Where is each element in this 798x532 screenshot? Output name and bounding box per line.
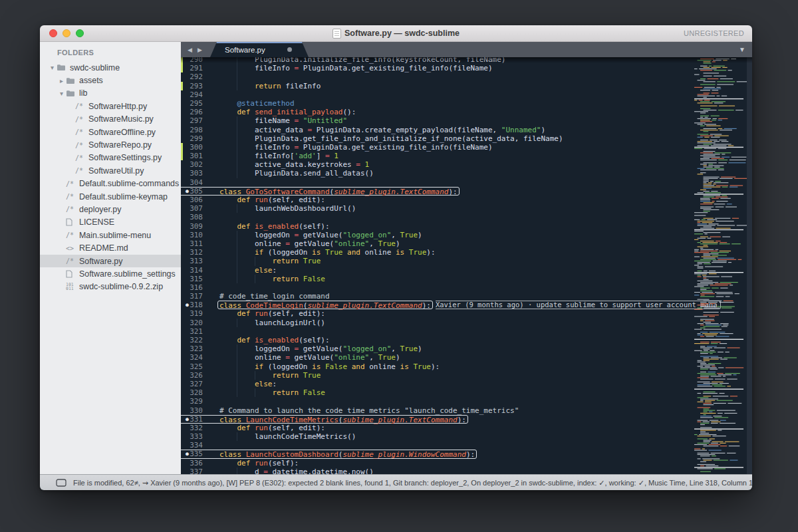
zoom-button[interactable]	[76, 29, 84, 37]
chevron-right-icon[interactable]: ▸	[57, 77, 66, 84]
code-line[interactable]: 327 else:	[181, 380, 692, 388]
code-line[interactable]: 323 loggedOn = getValue("logged_on", Tru…	[181, 344, 692, 353]
code-line[interactable]: 290 PluginData.initialize_file_info(keys…	[181, 57, 692, 64]
line-number: 322	[181, 336, 211, 344]
code-line[interactable]: 334	[181, 441, 692, 450]
minimap[interactable]	[692, 57, 747, 474]
code-line[interactable]: 294	[181, 90, 692, 99]
tree-item-swdc-sublime[interactable]: ▾swdc-sublime	[40, 61, 181, 74]
code-line[interactable]: 308	[181, 213, 692, 221]
editor[interactable]: 290 PluginData.initialize_file_info(keys…	[181, 57, 752, 474]
code-line[interactable]: 337 d = datetime.datetime.now()	[181, 467, 692, 474]
tab-back-icon[interactable]: ◀	[188, 47, 192, 53]
tree-item-default-sublime-keymap[interactable]: /*Default.sublime-keymap	[40, 190, 181, 203]
code-line[interactable]: 318●class CodeTimeLogin(sublime_plugin.T…	[181, 301, 692, 309]
code-line[interactable]: 326 return True	[181, 371, 692, 380]
code-line[interactable]: 329	[181, 397, 692, 406]
code-line[interactable]: 312 if (loggedOn is True and online is T…	[181, 248, 692, 257]
tree-item-readme-md[interactable]: <>README.md	[40, 241, 181, 254]
code-line[interactable]: 300 fileInfo = PluginData.get_existing_f…	[181, 143, 692, 152]
code-line[interactable]: 296 def send_initial_payload():	[181, 108, 692, 116]
code-line[interactable]: 307 launchWebDashboardUrl()	[181, 204, 692, 213]
tree-item-softwarehttp-py[interactable]: /*SoftwareHttp.py	[40, 100, 181, 112]
tree-item-softwaremusic-py[interactable]: /*SoftwareMusic.py	[40, 113, 181, 126]
tab-software-py[interactable]: Software.py	[210, 42, 309, 57]
tree-item-software-py[interactable]: /*Software.py	[40, 255, 181, 267]
blame-annotation-text: Xavier (9 months ago) · update sublime t…	[436, 301, 721, 309]
code-line[interactable]: 333 launchCodeTimeMetrics()	[181, 432, 692, 441]
code-line[interactable]: 309 def is_enabled(self):	[181, 222, 692, 231]
tab-overflow-button[interactable]: ▼	[739, 42, 745, 57]
code-line[interactable]: 301 fileInfo['add'] = 1	[181, 152, 692, 160]
indent-guide	[237, 169, 237, 178]
tree-item-softwareoffline-py[interactable]: /*SoftwareOffline.py	[40, 126, 181, 138]
code-line[interactable]: 293 return fileInfo	[181, 82, 692, 90]
code-line[interactable]: 319 def run(self, edit):	[181, 309, 692, 318]
indent-guide	[237, 204, 237, 213]
code-line[interactable]: 292	[181, 72, 692, 81]
code-line[interactable]: 322 def is_enabled(self):	[181, 336, 692, 344]
close-button[interactable]	[49, 29, 57, 37]
line-number: 330	[181, 406, 211, 415]
code-line[interactable]: 315 return False	[181, 275, 692, 283]
code-line[interactable]: 324 online = getValue("online", True)	[181, 353, 692, 362]
code-line[interactable]: 295 @staticmethod	[181, 99, 692, 108]
tree-item-default-sublime-commands[interactable]: /*Default.sublime-commands	[40, 178, 181, 190]
code-line[interactable]: 328 return False	[181, 388, 692, 397]
indent-guide	[237, 380, 237, 388]
minimize-button[interactable]	[63, 29, 70, 37]
tree-item-software-sublime-settings[interactable]: Software.sublime_settings	[40, 267, 181, 280]
tree-item-main-sublime-menu[interactable]: /*Main.sublime-menu	[40, 229, 181, 241]
code-line[interactable]: 302 active_data.keystrokes = 1	[181, 160, 692, 169]
code-line[interactable]: 313 return True	[181, 257, 692, 265]
code-line[interactable]: 317# code_time_login command	[181, 292, 692, 301]
code-line[interactable]: 321	[181, 327, 692, 336]
code-line[interactable]: 332 def run(self, edit):	[181, 424, 692, 432]
code-line[interactable]: 316	[181, 283, 692, 292]
tree-item-softwarerepo-py[interactable]: /*SoftwareRepo.py	[40, 138, 181, 151]
indent-guide	[255, 371, 255, 380]
code-line[interactable]: 299 PluginData.get_file_info_and_initial…	[181, 134, 692, 143]
code-text: def is_enabled(self):	[219, 336, 330, 344]
tab-label: Software.py	[225, 46, 265, 54]
code-line[interactable]: 306 def run(self, edit):	[181, 196, 692, 204]
tree-item-swdc-sublime-0-9-2-zip[interactable]: 101011swdc-sublime-0.9.2.zip	[40, 281, 181, 293]
code-text: launchCodeTimeMetrics()	[219, 432, 356, 441]
code-area[interactable]: 290 PluginData.initialize_file_info(keys…	[181, 57, 692, 474]
scrollbar-track[interactable]	[747, 57, 752, 474]
code-line[interactable]: 305●class GoToSoftwareCommand(sublime_pl…	[181, 187, 692, 196]
code-line[interactable]: 304	[181, 178, 692, 187]
tree-item-softwaresettings-py[interactable]: /*SoftwareSettings.py	[40, 152, 181, 164]
code-line[interactable]: 314 else:	[181, 266, 692, 275]
code-line[interactable]: 331●class LaunchCodeTimeMetrics(sublime_…	[181, 415, 692, 424]
chevron-down-icon[interactable]: ▾	[48, 64, 57, 71]
code-line[interactable]: 310 loggedOn = getValue("logged_on", Tru…	[181, 231, 692, 239]
tab-forward-icon[interactable]: ▶	[198, 47, 202, 53]
code-line[interactable]: 303 PluginData.send_all_datas()	[181, 169, 692, 178]
code-line[interactable]: 291 fileInfo = PluginData.get_existing_f…	[181, 64, 692, 72]
code-line[interactable]: 320 launchLoginUrl()	[181, 319, 692, 327]
code-line[interactable]: 325 if (loggedOn is False and online is …	[181, 362, 692, 371]
code-text: if (loggedOn is True and online is True)…	[219, 248, 436, 257]
title-bar[interactable]: Software.py — swdc-sublime UNREGISTERED	[40, 25, 752, 42]
chevron-down-icon[interactable]: ▾	[57, 90, 66, 97]
tree-item-lib[interactable]: ▾lib	[40, 87, 181, 100]
tree-item-deployer-py[interactable]: /*deployer.py	[40, 203, 181, 215]
indent-guide	[237, 72, 237, 81]
line-number: 325	[181, 362, 211, 371]
line-number: 312	[181, 248, 211, 257]
code-text: def is_enabled(self):	[219, 222, 330, 231]
code-line[interactable]: 311 online = getValue("online", True)	[181, 239, 692, 248]
tree-item-softwareutil-py[interactable]: /*SoftwareUtil.py	[40, 164, 181, 177]
code-line[interactable]: 336 def run(self):	[181, 459, 692, 467]
document-proxy-icon[interactable]	[332, 29, 341, 39]
status-display-icon[interactable]	[56, 479, 66, 487]
code-line[interactable]: 298 active_data = PluginData.create_empt…	[181, 126, 692, 134]
code-text: PluginData.send_all_datas()	[219, 169, 374, 178]
code-line[interactable]: 335●class LaunchCustomDashboard(sublime_…	[181, 450, 692, 458]
code-line[interactable]: 297 fileName = "Untitled"	[181, 116, 692, 125]
tree-item-assets[interactable]: ▸assets	[40, 74, 181, 86]
folders-header: FOLDERS	[57, 49, 181, 57]
code-line[interactable]: 330# Command to launch the code time met…	[181, 406, 692, 415]
tree-item-license[interactable]: LICENSE	[40, 216, 181, 229]
